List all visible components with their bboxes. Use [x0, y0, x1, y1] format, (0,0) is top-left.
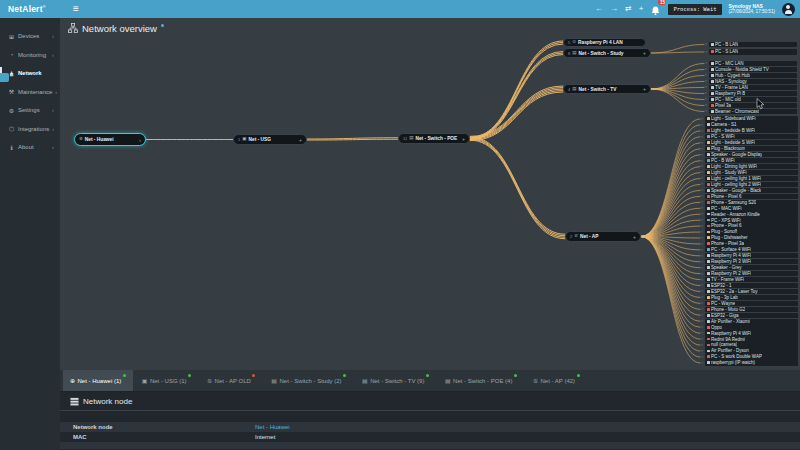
node-expand-icon[interactable]: +: [643, 86, 646, 92]
device-pc-mac-wifi[interactable]: PC - MAC WiFi: [705, 205, 798, 210]
node-study[interactable]: 8▤Net - Switch - Study+: [563, 48, 651, 58]
device-reader-amazon-kindle[interactable]: Reader - Amazon Kindle: [705, 211, 798, 216]
device-row: ≈Phone - Moto G2: [701, 307, 798, 312]
node-poe[interactable]: 11▤Net - Switch - POE+: [398, 133, 470, 144]
device-pc-b-wifi[interactable]: PC - B WiFi: [705, 158, 798, 163]
device-label: Raspberry Pi 4 WiFi: [711, 331, 751, 336]
tab-net-ap-42[interactable]: ≋Net - AP (42): [526, 370, 587, 391]
move-icon[interactable]: +: [639, 5, 644, 13]
notifications-bell-icon[interactable]: 15: [650, 3, 661, 15]
device-pc-mic-lan[interactable]: PC - MIC LAN: [709, 61, 797, 66]
node-expand-icon[interactable]: +: [299, 137, 302, 143]
device-label: Air Purifier - Dyson: [711, 348, 749, 353]
sidebar-item-network[interactable]: ⋔Network: [0, 64, 60, 83]
device-pixel-3a[interactable]: Pixel 3a: [709, 103, 797, 108]
device-plug-blackroom[interactable]: Plug - Blackroom: [705, 146, 798, 151]
tab-net-usg-1[interactable]: ▣Net - USG (1): [135, 370, 198, 391]
device-label: Light - bedside S WiFi: [711, 140, 755, 145]
device-light-sideboard-wifi[interactable]: Light - Sideboard WiFi: [705, 116, 798, 121]
node-huawei[interactable]: ⊕Net - Huawei›: [74, 133, 146, 146]
forward-icon[interactable]: →: [610, 5, 618, 13]
node-expand-icon[interactable]: +: [462, 136, 465, 142]
device-pc-wayne[interactable]: PC - Wayne: [705, 301, 798, 306]
tab-net-huawei-1[interactable]: ⊕Net - Huawei (1): [63, 370, 133, 391]
device-esp32-2a-laser-toy[interactable]: ESP32 - 2a - Laser Toy: [705, 289, 798, 294]
device-raspberry-pi-2-wifi[interactable]: Raspberry Pi 2 WiFi: [705, 271, 798, 276]
device-tv-frame-wifi[interactable]: TV - Frame WiFi: [705, 277, 798, 282]
device-pc-mic-old[interactable]: PC - MIC old: [709, 97, 797, 102]
phone-icon: [707, 326, 710, 329]
brand-logo[interactable]: NetAlert®: [0, 4, 64, 14]
sidebar-toggle-handle[interactable]: [0, 73, 9, 82]
device-camera-s1[interactable]: Camera - S1: [705, 122, 798, 127]
device-phone-pixel-6[interactable]: Phone - Pixel 6: [705, 194, 798, 199]
menu-icon[interactable]: ≡: [73, 4, 79, 14]
device-pc-b-lan[interactable]: PC - B LAN: [709, 42, 797, 47]
device-raspberry-pi-3-wifi[interactable]: Raspberry Pi 3 WiFi: [705, 259, 798, 264]
device-pc-xps-wifi[interactable]: PC - XPS WiFi: [705, 217, 798, 222]
device-console-nvidia-shield-tv[interactable]: Console - Nvidia Shield TV: [709, 67, 797, 72]
node-expand-icon[interactable]: +: [633, 234, 636, 240]
device-beamer-chromecast[interactable]: Beamer - Chromecast: [709, 109, 797, 114]
user-avatar[interactable]: [782, 3, 795, 16]
device-light-bedside-s-wifi[interactable]: Light - bedside S WiFi: [705, 140, 798, 145]
device-phone-samsung-s20[interactable]: Phone - Samsung S20: [705, 200, 798, 205]
device-pc-surface-4-wifi[interactable]: PC - Surface 4 WiFi: [705, 247, 798, 252]
device-phone-moto-g2[interactable]: Phone - Moto G2: [705, 307, 798, 312]
device-light-ceiling-light-2-wifi[interactable]: Light - ceiling light 2 WiFi: [705, 182, 798, 187]
node-tv[interactable]: 4▤Net - Switch - TV+: [563, 84, 651, 94]
device-speaker-grey[interactable]: Speaker - Grey: [705, 265, 798, 270]
device-pc-s-work-double-wap[interactable]: PC - S work Double WAP: [705, 354, 798, 359]
device-light-dining-light-wifi[interactable]: Light - Dining light WiFi: [705, 164, 798, 169]
monitoring-icon: ◔: [8, 52, 15, 58]
device-raspberrypi-ip-watch[interactable]: raspberrypi (IP watch): [705, 360, 798, 365]
sidebar-item-about[interactable]: ℹAbout‹: [0, 138, 60, 157]
refresh-icon[interactable]: ⇄: [625, 5, 632, 13]
device-pc-s-wifi[interactable]: PC - S WiFi: [705, 134, 798, 139]
tab-net-switch-poe-4[interactable]: ▤Net - Switch - POE (4): [438, 370, 524, 391]
sidebar-item-maintenance[interactable]: ⚒Maintenance‹: [0, 83, 60, 102]
tab-net-ap-old[interactable]: ≋Net - AP OLD: [200, 370, 262, 391]
device-air-purifier-dyson[interactable]: Air Purifier - Dyson: [705, 348, 798, 353]
tab-net-switch-tv-9[interactable]: ▤Net - Switch - TV (9): [355, 370, 436, 391]
device-tv-frame-lan[interactable]: TV - Frame LAN: [709, 85, 797, 90]
info-badge-icon[interactable]: [161, 24, 164, 27]
device-pc-s-lan[interactable]: PC - S LAN: [709, 49, 797, 54]
table-row-value[interactable]: Net - Huawei: [255, 424, 290, 430]
back-icon[interactable]: ←: [595, 5, 603, 13]
device-redmi-9a-redmi[interactable]: Redmi 9A Redmi: [705, 336, 798, 341]
device-raspberry-pi-b[interactable]: Raspberry Pi B: [709, 91, 797, 96]
device-light-bedside-b-wifi[interactable]: Light - bedside B WiFi: [705, 128, 798, 133]
sidebar-item-monitoring[interactable]: ◔Monitoring‹: [0, 46, 60, 65]
device-plug-dishwasher[interactable]: Plug - Dishwasher: [705, 235, 798, 240]
wifi-icon: ≈: [701, 230, 703, 234]
device-phone-pixel-6[interactable]: Phone - Pixel 6: [705, 223, 798, 228]
device-nas-synology[interactable]: NAS - Synology: [709, 79, 797, 84]
device-esp32-1[interactable]: ESP32 - 1: [705, 283, 798, 288]
device-phone-pixel-3a[interactable]: Phone - Pixel 3a: [705, 241, 798, 246]
device-oppo[interactable]: Oppo: [705, 324, 798, 329]
node-expand-icon[interactable]: ›: [139, 137, 141, 143]
device-air-purifier-xiaomi[interactable]: Air Purifier - Xiaomi: [705, 319, 798, 324]
device-plug-3p-lab[interactable]: Plug - 3p Lab: [705, 295, 798, 300]
device-hub-cygett-hub[interactable]: Hub - Cygett Hub: [709, 73, 797, 78]
device-speaker-google-black[interactable]: Speaker - Google - Black: [705, 188, 798, 193]
device-light-study-wifi[interactable]: Light - Study WiFi: [705, 170, 798, 175]
sidebar-item-settings[interactable]: ⚙Settings‹: [0, 101, 60, 120]
node-usg[interactable]: 1▣Net - USG+: [233, 134, 307, 145]
light-icon: [707, 171, 710, 174]
node-rpi4lan[interactable]: 5⊙Raspberry Pi 4 LAN: [563, 38, 646, 47]
device-esp32-giga[interactable]: ESP32 - Giga: [705, 313, 798, 318]
sidebar-item-integrations[interactable]: ⬡Integrations‹: [0, 120, 60, 139]
tab-net-switch-study-2[interactable]: ▤Net - Switch - Study (2): [264, 370, 353, 391]
status-dot-green: [577, 374, 580, 377]
device-speaker-google-display[interactable]: Speaker - Google Display: [705, 152, 798, 157]
device-plug-sonoff[interactable]: Plug - Sonoff: [705, 229, 798, 234]
device-raspberry-pi-4-wifi[interactable]: Raspberry Pi 4 WiFi: [705, 330, 798, 335]
node-ap[interactable]: 2≋Net - AP+: [565, 231, 641, 242]
device-null-camera[interactable]: null (camera): [705, 342, 798, 347]
device-raspberry-pi-4-wifi[interactable]: Raspberry Pi 4 WiFi: [705, 253, 798, 258]
sidebar-item-devices[interactable]: ⊞Devices‹: [0, 27, 60, 46]
node-expand-icon[interactable]: +: [643, 50, 646, 56]
device-light-ceiling-light-1-wifi[interactable]: Light - ceiling light 1 WiFi: [705, 176, 798, 181]
